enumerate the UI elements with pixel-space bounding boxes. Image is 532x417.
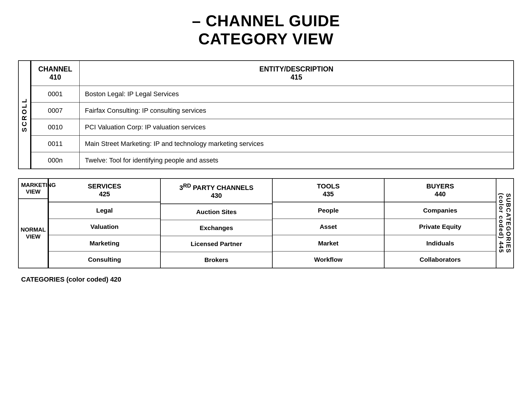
description-cell: Main Street Marketing: IP and technology… (79, 135, 514, 152)
subcategories-label: SUBCATEGORIES(color coded) 445 (496, 178, 514, 268)
col-cell-1-1: Exchanges (161, 220, 272, 236)
channel-header: CHANNEL410 (31, 61, 79, 86)
top-section: SCROLL CHANNEL410 ENTITY/DESCRIPTION415 … (18, 60, 514, 169)
channel-cell: 000n (31, 152, 79, 169)
description-header: ENTITY/DESCRIPTION415 (79, 61, 514, 86)
description-cell: PCI Valuation Corp: IP valuation service… (79, 119, 514, 135)
bottom-col-2: TOOLS435PeopleAssetMarketWorkflow (273, 179, 385, 268)
col-cell-2-0: People (273, 202, 384, 219)
col-cell-1-2: Licensed Partner (161, 236, 272, 252)
col-cell-1-0: Auction Sites (161, 204, 272, 220)
col-cell-0-2: Marketing (49, 235, 160, 251)
channel-cell: 0010 (31, 119, 79, 135)
normal-view-label: NORMAL VIEW (18, 199, 48, 268)
channel-table: CHANNEL410 ENTITY/DESCRIPTION415 0001Bos… (31, 60, 514, 169)
col-cell-1-3: Brokers (161, 252, 272, 268)
description-cell: Boston Legal: IP Legal Services (79, 86, 514, 102)
col-header-1: 3RD PARTY CHANNELS430 (161, 179, 272, 204)
left-labels: MARKETING VIEW NORMAL VIEW (18, 178, 48, 268)
col-header-3: BUYERS440 (385, 179, 496, 203)
col-header-0: SERVICES425 (49, 179, 160, 203)
col-cell-0-3: Consulting (49, 251, 160, 267)
bottom-col-1: 3RD PARTY CHANNELS430Auction SitesExchan… (161, 179, 273, 268)
col-cell-3-0: Companies (385, 202, 496, 219)
col-cell-3-2: Indiduals (385, 235, 496, 251)
col-cell-2-1: Asset (273, 219, 384, 235)
channel-cell: 0007 (31, 102, 79, 119)
col-cell-0-1: Valuation (49, 219, 160, 235)
scroll-label: SCROLL (18, 60, 31, 169)
categories-footer: CATEGORIES (color coded) 420 (18, 276, 514, 283)
description-cell: Fairfax Consulting: IP consulting servic… (79, 102, 514, 119)
channel-cell: 0001 (31, 86, 79, 102)
bottom-col-0: SERVICES425LegalValuationMarketingConsul… (49, 179, 161, 268)
description-cell: Twelve: Tool for identifying people and … (79, 152, 514, 169)
col-cell-2-3: Workflow (273, 251, 384, 267)
marketing-view-label: MARKETING VIEW (18, 178, 48, 199)
col-cell-0-0: Legal (49, 202, 160, 219)
channel-cell: 0011 (31, 135, 79, 152)
bottom-grid: SERVICES425LegalValuationMarketingConsul… (48, 178, 496, 268)
bottom-section: MARKETING VIEW NORMAL VIEW SERVICES425Le… (18, 178, 514, 268)
bottom-col-3: BUYERS440CompaniesPrivate EquityIndidual… (385, 179, 496, 268)
col-cell-3-1: Private Equity (385, 219, 496, 235)
col-cell-3-3: Collaborators (385, 251, 496, 267)
col-header-2: TOOLS435 (273, 179, 384, 203)
col-cell-2-2: Market (273, 235, 384, 251)
page-title: – CHANNEL GUIDE CATEGORY VIEW (18, 12, 514, 48)
